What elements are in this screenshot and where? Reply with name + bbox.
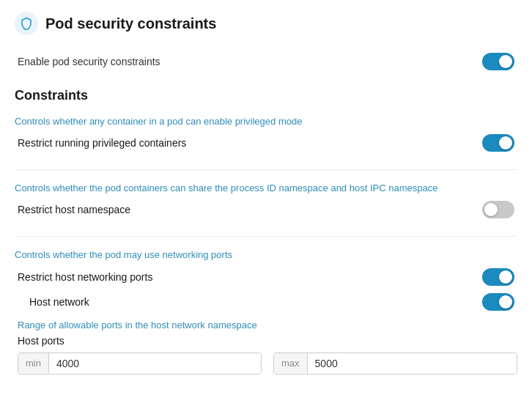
host-networking-row: Restrict host networking ports — [15, 268, 517, 286]
enable-pod-security-label: Enable pod security constraints — [18, 56, 160, 67]
divider-1 — [15, 169, 517, 170]
host-network-toggle[interactable] — [482, 293, 514, 311]
constraints-section-title: Constraints — [15, 88, 517, 103]
page: Pod security constraints Enable pod secu… — [0, 0, 532, 417]
min-port-group: min — [18, 353, 262, 374]
host-ports-title: Host ports — [18, 335, 517, 347]
shield-icon — [15, 12, 38, 35]
host-networking-block: Controls whether the pod may use network… — [15, 248, 517, 374]
host-namespace-block: Controls whether the pod containers can … — [15, 182, 517, 218]
privileged-containers-description: Controls whether any container in a pod … — [15, 115, 517, 128]
host-ports-description: Range of allowable ports in the host net… — [18, 320, 517, 331]
host-networking-toggle[interactable] — [482, 268, 514, 286]
host-network-sub-row: Host network — [15, 290, 517, 314]
min-port-input[interactable] — [49, 353, 261, 374]
enable-pod-security-row: Enable pod security constraints — [15, 53, 517, 70]
host-networking-label: Restrict host networking ports — [18, 271, 152, 283]
host-namespace-row: Restrict host namespace — [15, 201, 517, 218]
host-namespace-toggle[interactable] — [482, 201, 514, 218]
host-network-label: Host network — [29, 296, 89, 308]
page-header: Pod security constraints — [15, 12, 517, 35]
max-port-group: max — [273, 353, 517, 374]
enable-pod-security-toggle[interactable] — [482, 53, 514, 70]
privileged-containers-toggle[interactable] — [482, 134, 514, 152]
max-port-input[interactable] — [308, 353, 517, 374]
privileged-containers-block: Controls whether any container in a pod … — [15, 115, 517, 152]
divider-2 — [15, 236, 517, 237]
privileged-containers-row: Restrict running privileged containers — [15, 134, 517, 152]
constraints-section: Constraints Controls whether any contain… — [15, 88, 517, 374]
host-ports-section: Range of allowable ports in the host net… — [15, 320, 517, 374]
ports-inputs: min max — [18, 353, 517, 374]
min-port-label: min — [18, 353, 49, 373]
privileged-containers-label: Restrict running privileged containers — [18, 137, 186, 149]
host-namespace-description: Controls whether the pod containers can … — [15, 182, 517, 195]
host-networking-description: Controls whether the pod may use network… — [15, 248, 517, 262]
max-port-label: max — [274, 353, 308, 373]
page-title: Pod security constraints — [45, 15, 216, 32]
host-namespace-label: Restrict host namespace — [18, 204, 130, 215]
